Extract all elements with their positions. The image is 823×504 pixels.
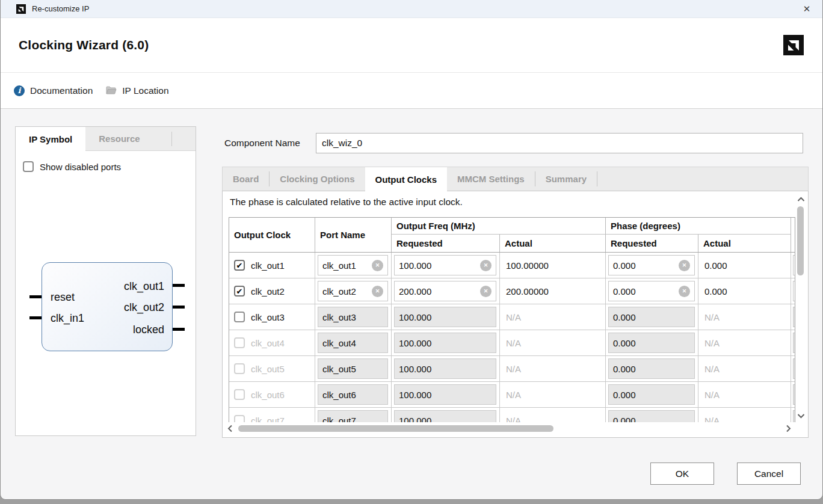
- window-title: Re-customize IP: [32, 4, 89, 13]
- output-clock-checkbox[interactable]: [234, 312, 245, 322]
- port-name-input[interactable]: clk_out2✕: [318, 281, 388, 301]
- tab-ip-symbol[interactable]: IP Symbol: [16, 127, 85, 152]
- freq-requested-input: 100.000: [394, 410, 496, 422]
- phase-requested-input: 0.000: [608, 358, 695, 379]
- overflow-sliver-cell: [791, 330, 795, 355]
- clear-icon[interactable]: ✕: [480, 286, 492, 297]
- phase-actual-value: N/A: [698, 382, 791, 407]
- port-stub-clk-out2: [173, 306, 185, 309]
- table-row: ✔clk_out2clk_out2✕200.000✕200.000000.000…: [229, 278, 795, 304]
- output-clocks-table: Output Clock Port Name Output Freq (MHz)…: [229, 217, 795, 422]
- ip-symbol-panel: IP Symbol Resource Show disabled ports r…: [15, 126, 196, 436]
- field-value: 0.000: [613, 416, 636, 423]
- freq-requested-cell: 100.000: [392, 304, 500, 330]
- field-value: clk_out7: [322, 416, 356, 423]
- close-icon[interactable]: ✕: [801, 4, 813, 14]
- phase-actual-value: 0.000: [698, 278, 791, 304]
- freq-requested-input[interactable]: 200.000✕: [394, 281, 496, 301]
- toolbar: i Documentation IP Location: [1, 73, 822, 109]
- tab-clocking-options[interactable]: Clocking Options: [270, 167, 365, 191]
- phase-requested-input[interactable]: 0.000✕: [608, 281, 695, 301]
- freq-requested-input[interactable]: 100.000✕: [394, 255, 496, 275]
- scroll-left-icon[interactable]: [225, 424, 235, 434]
- output-clock-checkbox[interactable]: [234, 415, 245, 422]
- hscroll-thumb[interactable]: [238, 425, 553, 432]
- horizontal-scrollbar[interactable]: [225, 423, 793, 434]
- clipped-field-fragment: [793, 307, 795, 327]
- freq-actual-value: N/A: [500, 330, 606, 355]
- phase-requested-input: 0.000: [608, 384, 695, 405]
- port-name-input[interactable]: clk_out1✕: [318, 255, 388, 275]
- scroll-right-icon[interactable]: [783, 424, 793, 434]
- output-clock-cell: clk_out6: [229, 382, 315, 407]
- tab-output-clocks[interactable]: Output Clocks: [365, 167, 448, 192]
- table-row: clk_out4clk_out4100.000N/A0.000N/A: [229, 330, 795, 356]
- freq-requested-cell: 100.000: [392, 356, 500, 381]
- tab-board[interactable]: Board: [223, 167, 269, 191]
- port-name-input: clk_out5: [318, 358, 388, 379]
- overflow-sliver-cell: [791, 356, 795, 381]
- vscroll-track[interactable]: [796, 204, 806, 411]
- freq-requested-input: 100.000: [394, 333, 496, 353]
- tab-mmcm-settings[interactable]: MMCM Settings: [447, 167, 535, 191]
- output-clock-label: clk_out1: [251, 260, 285, 271]
- port-name-cell: clk_out5: [315, 356, 392, 381]
- port-stub-clk-in1: [29, 316, 42, 319]
- phase-requested-input: 0.000: [608, 307, 695, 327]
- clipped-field-fragment: [793, 281, 795, 301]
- output-clock-checkbox[interactable]: [234, 389, 245, 400]
- output-clock-checkbox[interactable]: ✔: [234, 260, 245, 271]
- port-label-clk-in1: clk_in1: [51, 312, 84, 324]
- col-phase-requested: Requested: [606, 235, 698, 252]
- phase-requested-cell: 0.000✕: [606, 278, 698, 304]
- clear-icon[interactable]: ✕: [372, 286, 383, 297]
- output-clocks-panel: The phase is calculated relative to the …: [222, 191, 809, 438]
- col-overflow-sliver: [791, 218, 795, 252]
- table-header: Output Clock Port Name Output Freq (MHz)…: [229, 218, 795, 253]
- phase-actual-value: N/A: [698, 304, 791, 330]
- output-clock-label: clk_out3: [251, 312, 285, 322]
- clear-icon[interactable]: ✕: [679, 286, 690, 297]
- clear-icon[interactable]: ✕: [480, 260, 492, 271]
- phase-requested-cell: 0.000✕: [606, 253, 698, 278]
- freq-actual-value: N/A: [500, 408, 606, 422]
- titlebar: Re-customize IP ✕: [1, 0, 822, 18]
- clear-icon[interactable]: ✕: [372, 260, 383, 271]
- tab-resource[interactable]: Resource: [85, 127, 153, 150]
- component-name-input[interactable]: [316, 133, 803, 153]
- scroll-up-icon[interactable]: [796, 194, 806, 204]
- ok-button[interactable]: OK: [650, 463, 714, 485]
- xilinx-brand-logo: [783, 35, 804, 55]
- output-clock-checkbox[interactable]: [234, 337, 245, 348]
- port-name-cell: clk_out2✕: [315, 278, 392, 304]
- phase-requested-input[interactable]: 0.000✕: [608, 255, 695, 275]
- output-clock-label: clk_out7: [251, 416, 285, 423]
- output-clock-checkbox[interactable]: [234, 363, 245, 374]
- phase-requested-input: 0.000: [608, 410, 695, 422]
- cancel-button[interactable]: Cancel: [737, 463, 801, 485]
- table-row: clk_out6clk_out6100.000N/A0.000N/A: [229, 382, 795, 408]
- freq-actual-value: 100.00000: [500, 253, 606, 278]
- port-label-clk-out2: clk_out2: [124, 301, 164, 313]
- phase-requested-input: 0.000: [608, 333, 695, 353]
- col-output-freq: Output Freq (MHz): [392, 218, 606, 235]
- vscroll-thumb[interactable]: [797, 206, 804, 275]
- freq-requested-cell: 100.000✕: [392, 253, 500, 278]
- output-clock-checkbox[interactable]: ✔: [234, 286, 245, 297]
- scroll-down-icon[interactable]: [796, 411, 806, 420]
- tab-summary[interactable]: Summary: [535, 167, 597, 191]
- documentation-button[interactable]: i Documentation: [14, 85, 93, 96]
- page-title: Clocking Wizard (6.0): [19, 38, 149, 52]
- phase-note: The phase is calculated relative to the …: [230, 197, 463, 207]
- recustomize-ip-dialog: Re-customize IP ✕ Clocking Wizard (6.0) …: [0, 0, 823, 500]
- col-freq-actual: Actual: [500, 235, 606, 252]
- tab-separator: [171, 132, 172, 146]
- port-label-clk-out1: clk_out1: [124, 280, 164, 292]
- freq-actual-value: N/A: [500, 304, 606, 330]
- hscroll-track[interactable]: [235, 423, 783, 434]
- vertical-scrollbar[interactable]: [796, 194, 806, 420]
- show-disabled-ports-checkbox[interactable]: [23, 161, 34, 172]
- clear-icon[interactable]: ✕: [679, 260, 690, 271]
- freq-requested-input: 100.000: [394, 384, 496, 405]
- ip-location-button[interactable]: IP Location: [106, 85, 168, 96]
